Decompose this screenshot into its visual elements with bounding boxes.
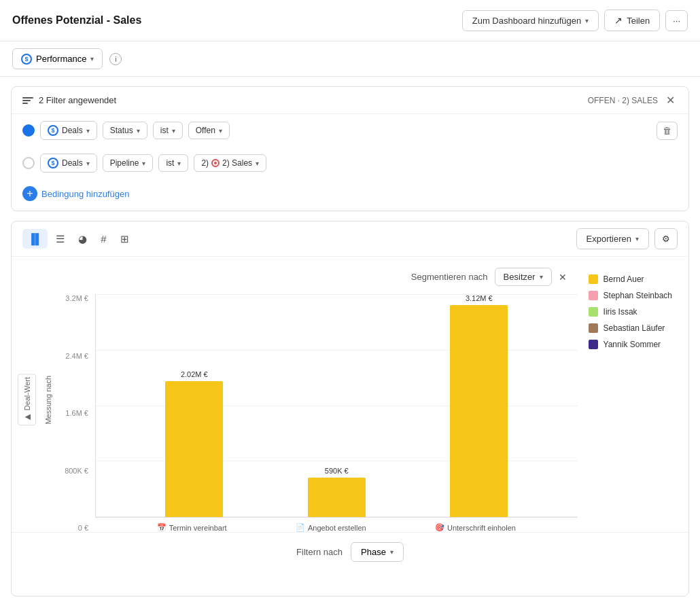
share-button[interactable]: ↗ Teilen (604, 10, 660, 31)
legend-color-4 (589, 340, 598, 349)
filter-section: 2 Filter angewendet OFFEN · 2) SALES ✕ $… (11, 86, 689, 211)
filter-row2-value[interactable]: 2) 2) Sales ▾ (194, 154, 266, 172)
bar-chart-with-axis: 0 € 800K € 1.6M € 2.4M € 3.2M € (58, 294, 578, 532)
filter-row1-value[interactable]: Offen ▾ (188, 122, 230, 139)
legend-item-2: Iiris Issak (589, 307, 672, 317)
legend-color-0 (589, 274, 598, 284)
bars-area: 2.02M € 590K € 3.12M € (95, 294, 578, 518)
bar-2 (308, 478, 366, 517)
info-icon[interactable]: i (109, 53, 122, 65)
x-label-2: 📄 Angebot erstellen (296, 523, 366, 532)
legend-label-1: Stephan Steinbach (603, 291, 672, 300)
bar-1-label: 2.02M € (181, 370, 208, 378)
segment-close-button[interactable]: ✕ (559, 272, 567, 283)
dollar-icon: $ (48, 125, 58, 136)
bar-group-3: 3.12M € (450, 294, 508, 517)
bar-1 (165, 381, 223, 517)
bar-3 (450, 305, 508, 517)
chevron-down-icon: ▾ (540, 273, 543, 281)
dollar-circle-icon: $ (21, 53, 32, 65)
filter-bottom: Filtern nach Phase ▾ (12, 532, 688, 571)
filter-row2-dot (22, 157, 35, 169)
filter-icon (22, 97, 33, 104)
target-icon (211, 159, 220, 167)
delete-filter-row1-button[interactable]: 🗑 (657, 122, 678, 140)
segment-dropdown[interactable]: Besitzer ▾ (495, 268, 552, 286)
chart-content: ▶ Deal-Wert Messung nach Segmentieren na… (12, 257, 688, 532)
table-tool[interactable]: ⊞ (115, 229, 135, 249)
chevron-down-icon: ▾ (390, 548, 393, 556)
deal-wert-label: ▶ Deal-Wert (18, 374, 36, 425)
x-axis-labels: 📅 Termin vereinbart 📄 Angebot erstellen … (95, 518, 578, 532)
filter-header: 2 Filter angewendet OFFEN · 2) SALES ✕ (12, 87, 688, 114)
close-filter-button[interactable]: ✕ (663, 94, 678, 107)
chevron-down-icon: ▾ (635, 235, 639, 243)
filter-row2-field[interactable]: Pipeline ▾ (103, 154, 154, 172)
legend-label-3: Sebastian Läufer (603, 323, 665, 333)
plus-icon: + (22, 186, 37, 201)
chevron-down-icon: ▾ (86, 160, 90, 167)
bar-chart-tool[interactable]: ▐▌ (22, 229, 48, 249)
legend-label-0: Bernd Auer (603, 274, 644, 284)
chart-toolbar: ▐▌ ☰ ◕ # ⊞ Exportieren ▾ ⚙ (12, 221, 688, 257)
arrow-icon: ▶ (22, 414, 31, 423)
legend-label-4: Yannik Sommer (603, 340, 661, 349)
legend-item-3: Sebastian Läufer (589, 323, 672, 333)
header-actions: Zum Dashboard hinzufügen ▾ ↗ Teilen ··· (462, 10, 688, 31)
chart-section: ▐▌ ☰ ◕ # ⊞ Exportieren ▾ ⚙ ▶ (11, 221, 689, 596)
bar-2-label: 590K € (325, 467, 349, 475)
filter-row1-field[interactable]: Status ▾ (103, 122, 147, 139)
pie-chart-tool[interactable]: ◕ (73, 229, 92, 249)
bars-container: 2.02M € 590K € 3.12M € (95, 294, 578, 532)
page-title: Offenes Potenzial - Sales (12, 14, 141, 26)
target-icon: 🎯 (435, 523, 444, 532)
chevron-down-icon: ▾ (256, 160, 259, 167)
chevron-down-icon: ▾ (585, 17, 589, 24)
y-axis-labels: 0 € 800K € 1.6M € 2.4M € 3.2M € (58, 294, 95, 532)
bar-group-1: 2.02M € (165, 370, 223, 517)
bar-group-2: 590K € (308, 467, 366, 517)
chevron-down-icon: ▾ (86, 127, 90, 135)
legend-item-0: Bernd Auer (589, 274, 672, 284)
add-to-dashboard-button[interactable]: Zum Dashboard hinzufügen ▾ (462, 10, 599, 31)
filter-row1-operator[interactable]: ist ▾ (153, 122, 183, 139)
chevron-down-icon: ▾ (177, 160, 181, 167)
list-tool[interactable]: ☰ (50, 229, 70, 249)
share-icon: ↗ (614, 15, 623, 26)
messung-container: Messung nach (39, 312, 58, 488)
add-condition-button[interactable]: + Bedingung hinzufügen (12, 179, 688, 211)
filter-phase-button[interactable]: Phase ▾ (351, 542, 404, 562)
chart-settings-button[interactable]: ⚙ (654, 228, 678, 249)
chart-left-labels: ▶ Deal-Wert Messung nach (17, 268, 58, 532)
legend-color-1 (589, 291, 598, 300)
segment-control-row: Segmentieren nach Besitzer ▾ ✕ (58, 268, 578, 286)
legend-item-4: Yannik Sommer (589, 340, 672, 349)
deal-wert-container: ▶ Deal-Wert (17, 312, 36, 488)
chevron-down-icon: ▾ (90, 55, 94, 63)
sub-header: $ Performance ▾ i (0, 41, 700, 77)
x-label-1: 📅 Termin vereinbart (157, 523, 227, 532)
chevron-down-icon: ▾ (219, 127, 222, 135)
filter-row1-entity[interactable]: $ Deals ▾ (40, 121, 97, 140)
legend-label-2: Iiris Issak (603, 307, 637, 317)
bar-3-label: 3.12M € (466, 294, 493, 302)
doc-icon: 📄 (296, 523, 305, 532)
x-label-3: 🎯 Unterschrift einholen (435, 523, 516, 532)
chart-tools: ▐▌ ☰ ◕ # ⊞ (22, 229, 135, 249)
chart-legend: Bernd Auer Stephan Steinbach Iiris Issak… (578, 268, 683, 532)
legend-item-1: Stephan Steinbach (589, 291, 672, 300)
chart-toolbar-right: Exportieren ▾ ⚙ (576, 228, 678, 249)
chevron-down-icon: ▾ (142, 160, 145, 167)
calendar-icon: 📅 (157, 523, 167, 532)
chevron-down-icon: ▾ (172, 127, 175, 135)
segment-controls: Segmentieren nach Besitzer ▾ ✕ (411, 268, 567, 286)
performance-dropdown-button[interactable]: $ Performance ▾ (12, 48, 103, 69)
filter-row1-dot (22, 124, 35, 137)
filter-row2-operator[interactable]: ist ▾ (158, 154, 188, 172)
export-button[interactable]: Exportieren ▾ (576, 228, 649, 249)
filter-row2-entity[interactable]: $ Deals ▾ (40, 154, 97, 173)
more-options-button[interactable]: ··· (665, 10, 688, 31)
grid-tool[interactable]: # (95, 229, 111, 249)
filter-header-left: 2 Filter angewendet (22, 95, 116, 105)
chevron-down-icon: ▾ (137, 127, 140, 135)
